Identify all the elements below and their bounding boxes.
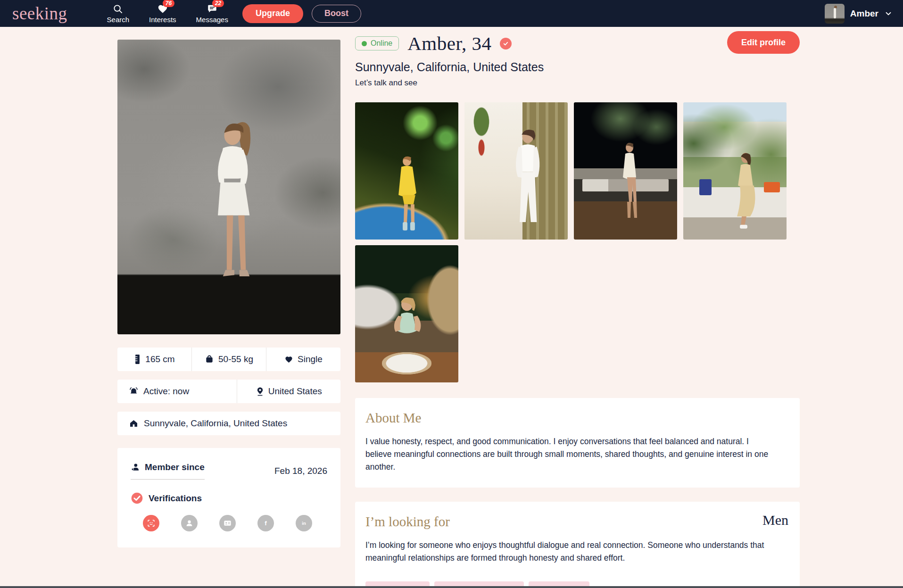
ruler-icon <box>134 354 141 364</box>
stats-card: 165 cm 50-55 kg Single <box>117 348 340 371</box>
figure-art <box>198 108 267 290</box>
photo-art <box>699 179 712 195</box>
member-since-label: Member since <box>145 462 205 472</box>
home-location-card: Sunnyvale, California, United States <box>117 412 340 435</box>
nav-messages[interactable]: 22 Messages <box>196 3 228 27</box>
main-profile-photo[interactable] <box>117 40 340 334</box>
about-me-body: I value honesty, respect, and good commu… <box>365 435 771 473</box>
profile-sidebar: 165 cm 50-55 kg Single Active: now Un <box>117 40 340 547</box>
heart-small-icon <box>284 356 293 364</box>
user-name: Amber <box>850 8 878 19</box>
avatar <box>825 4 845 24</box>
edit-profile-button[interactable]: Edit profile <box>727 31 800 54</box>
location-pin-icon <box>256 386 264 397</box>
identity-verification-icon[interactable] <box>181 515 198 531</box>
user-menu[interactable]: Amber <box>825 0 893 27</box>
home-icon <box>129 419 139 428</box>
nav-search-label: Search <box>107 16 130 24</box>
verification-badges: f in <box>131 515 327 531</box>
nav-search[interactable]: Search <box>107 3 130 27</box>
country-status: United States <box>237 380 340 403</box>
search-icon <box>113 3 124 15</box>
scale-icon <box>205 355 214 364</box>
stat-weight: 50-55 kg <box>191 348 266 371</box>
profile-verified-icon <box>500 38 512 50</box>
stat-relationship: Single <box>266 348 340 371</box>
photo-thumbnail-5[interactable] <box>355 245 458 382</box>
heart-icon: 76 <box>157 3 168 15</box>
chevron-down-icon <box>884 9 893 18</box>
country-value: United States <box>268 386 322 397</box>
verifications-label: Verifications <box>149 493 202 504</box>
messages-badge: 22 <box>212 0 224 7</box>
main-nav: Search 76 Interests 22 Messages <box>107 0 228 27</box>
nav-messages-label: Messages <box>196 16 228 24</box>
height-value: 165 cm <box>145 354 174 364</box>
active-status-value: Active: now <box>143 386 189 397</box>
stat-height: 165 cm <box>117 348 191 371</box>
top-navbar: seeking Search 76 Interests 22 Messages … <box>0 0 903 27</box>
looking-for-section: I’m looking for Men I’m looking for some… <box>355 502 800 588</box>
page-bottom-divider <box>0 586 903 588</box>
photo-art <box>764 182 780 192</box>
app-logo[interactable]: seeking <box>12 5 67 22</box>
id-card-verification-icon[interactable] <box>219 515 236 531</box>
facebook-verification-icon[interactable]: f <box>257 515 274 531</box>
svg-text:in: in <box>302 521 306 526</box>
photo-thumbnail-3[interactable] <box>574 102 677 240</box>
activity-card: Active: now United States <box>117 380 340 403</box>
verified-check-icon <box>131 492 143 505</box>
profile-main: Online Amber, 34 Edit profile Sunnyvale,… <box>355 31 800 588</box>
online-label: Online <box>371 39 392 48</box>
upgrade-button[interactable]: Upgrade <box>242 4 303 23</box>
looking-for-title: I’m looking for <box>365 514 789 530</box>
photo-thumbnail-4[interactable] <box>683 102 787 240</box>
face-verification-icon[interactable] <box>143 515 159 531</box>
home-location-value: Sunnyvale, California, United States <box>144 418 287 429</box>
looking-for-gender: Men <box>762 512 788 528</box>
member-icon <box>131 463 140 472</box>
active-status: Active: now <box>117 380 237 403</box>
profile-location: Sunnyvale, California, United States <box>355 60 800 74</box>
member-since-date: Feb 18, 2026 <box>274 466 327 476</box>
profile-name-age: Amber, 34 <box>407 32 491 55</box>
member-card: Member since Feb 18, 2026 Verifications … <box>117 448 340 547</box>
weight-value: 50-55 kg <box>218 354 253 364</box>
about-me-section: About Me I value honesty, respect, and g… <box>355 398 800 488</box>
nav-interests-label: Interests <box>149 16 176 24</box>
about-me-title: About Me <box>365 410 789 426</box>
photo-thumbnail-1[interactable] <box>355 102 458 240</box>
profile-tagline: Let’s talk and see <box>355 78 800 88</box>
photo-thumbnail-2[interactable] <box>464 102 568 240</box>
photo-grid-row-1 <box>355 102 800 240</box>
boost-button[interactable]: Boost <box>312 5 361 23</box>
interests-badge: 76 <box>163 0 174 7</box>
linkedin-verification-icon[interactable]: in <box>296 515 312 531</box>
chat-icon: 22 <box>207 3 218 15</box>
member-since-label-wrap: Member since <box>131 462 205 480</box>
photo-grid-row-2 <box>355 245 800 382</box>
online-badge: Online <box>355 36 399 50</box>
online-dot <box>362 41 367 46</box>
relationship-value: Single <box>298 354 323 364</box>
nav-interests[interactable]: 76 Interests <box>149 3 176 27</box>
looking-for-body: I’m looking for someone who enjoys thoug… <box>365 539 771 564</box>
svg-text:f: f <box>265 520 267 527</box>
bell-icon <box>129 387 139 397</box>
